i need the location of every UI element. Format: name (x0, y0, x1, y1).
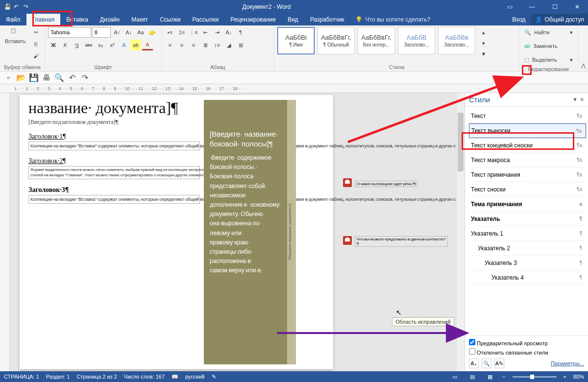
styles-pane-item[interactable]: Указатель¶ (469, 212, 586, 226)
undo-icon[interactable]: ↶ (68, 73, 76, 82)
pane-dropdown-button[interactable]: ▼ (572, 96, 578, 103)
redo-icon[interactable]: ↷ (24, 3, 30, 10)
show-marks-button[interactable]: ¶ (235, 27, 246, 38)
replace-button[interactable]: abЗаменить (522, 41, 575, 51)
new-style-button[interactable]: A₊ (469, 358, 479, 368)
sort-button[interactable]: A↓ (223, 27, 234, 38)
font-name-input[interactable] (48, 27, 91, 38)
underline-button[interactable]: Ч (72, 40, 82, 50)
style-item[interactable]: АаБбВі¶ Имя (277, 27, 315, 54)
status-words[interactable]: Число слов: 167 (124, 374, 165, 380)
signin-link[interactable]: Вход (506, 14, 531, 25)
pane-close-button[interactable]: ✕ (580, 96, 584, 103)
share-button[interactable]: 👤Общий доступ (531, 14, 588, 25)
proof-icon[interactable]: 📖 (172, 374, 178, 380)
styles-pane-item[interactable]: Текст концевой сноски¶a (469, 138, 586, 153)
font-color-button[interactable]: A (142, 40, 153, 50)
open-icon[interactable]: 📂 (17, 73, 25, 82)
styles-pane-item[interactable]: Указатель 1¶ (469, 226, 586, 241)
strike-button[interactable]: abc (83, 40, 94, 50)
style-item[interactable]: АаБбВвЗаголово... (438, 27, 475, 54)
status-section[interactable]: Раздел: 1 (46, 374, 70, 380)
numbering-button[interactable]: 1≡ (176, 27, 187, 38)
multilevel-button[interactable]: ⋮≡ (188, 27, 199, 38)
doc-title[interactable]: название· документа]¶ (28, 100, 200, 117)
tab-design[interactable]: Дизайн (94, 14, 125, 25)
shrink-font-button[interactable]: A↓ (123, 27, 134, 38)
clear-format-button[interactable]: 🧽 (147, 27, 158, 38)
align-center-button[interactable]: ≡ (176, 40, 187, 50)
redo-icon[interactable]: ↷ (80, 73, 89, 82)
comment[interactable]: Что·вы·можете·предложить·в·данном·контек… (343, 236, 453, 247)
align-left-button[interactable]: ≡ (165, 40, 175, 50)
preview-checkbox[interactable]: Предварительный просмотр (469, 339, 584, 346)
tell-me[interactable]: 💡Что вы хотите сделать? (350, 14, 436, 25)
increase-indent-button[interactable]: ⇥ (212, 27, 222, 38)
doc-subtitle[interactable]: [Введите·подзаголовок·документа]¶ (28, 119, 200, 126)
heading[interactable]: Заголовок·1¶ (28, 133, 200, 141)
gallery-down-button[interactable]: ▾ (478, 38, 489, 48)
status-lang[interactable]: русский (185, 374, 204, 380)
borders-button[interactable]: ⊞ (235, 40, 246, 50)
gallery-more-button[interactable]: ▼ (478, 48, 489, 59)
tab-review[interactable]: Рецензирование (224, 14, 282, 25)
save-icon[interactable]: 💾 (4, 3, 11, 10)
sidebar-column[interactable]: [Введите· название· боковой· полосы]¶ ·В… (204, 100, 287, 364)
close-button[interactable]: ✕ (566, 0, 588, 14)
subscript-button[interactable]: x₂ (95, 40, 106, 50)
preview-icon[interactable]: 🔍 (55, 73, 64, 82)
tab-layout[interactable]: Макет (125, 14, 154, 25)
cut-button[interactable]: ✂ (30, 27, 41, 38)
minimize-button[interactable]: — (521, 0, 543, 14)
collapse-ribbon-button[interactable]: ⋀ (578, 25, 588, 71)
disable-linked-checkbox[interactable]: Отключить связанные стили (469, 348, 584, 356)
print-icon[interactable]: 🖶 (42, 73, 51, 82)
italic-button[interactable]: К (60, 40, 71, 50)
save-icon[interactable]: 💾 (29, 73, 38, 82)
tab-view[interactable]: Вид (282, 14, 304, 25)
decrease-indent-button[interactable]: ⇤ (200, 27, 211, 38)
document-area[interactable]: название· документа]¶ [Введите·подзаголо… (10, 93, 465, 371)
newdoc-icon[interactable]: ▫ (4, 73, 13, 82)
copy-button[interactable]: ⎘ (30, 39, 41, 49)
tab-developer[interactable]: Разработчик (304, 14, 350, 25)
status-pageof[interactable]: Страница 2 из 2 (76, 374, 117, 380)
zoom-out-button[interactable]: − (502, 374, 505, 380)
heading[interactable]: Заголовок·3¶ (28, 186, 200, 194)
style-item[interactable]: АаБбВвГг,Без интер... (358, 27, 395, 54)
ribbon-options-icon[interactable]: ▭ (499, 0, 520, 14)
find-button[interactable]: 🔍Найти▾ (522, 27, 575, 38)
justify-button[interactable]: ≣ (200, 40, 211, 50)
printlayout-button[interactable]: ▤ (467, 372, 478, 381)
track-changes-icon[interactable]: ✎ (212, 374, 216, 380)
heading[interactable]: Заголовок·2¶ (28, 157, 200, 165)
styles-pane-item[interactable]: Текст примечания¶a (469, 167, 586, 182)
line-spacing-button[interactable]: ↕≡ (212, 40, 222, 50)
comment[interactable]: О·каких·коллекциях·идет·речь?¶ (343, 178, 453, 187)
grow-font-button[interactable]: A↑ (112, 27, 122, 38)
tab-insert[interactable]: Вставка (60, 14, 94, 25)
paste-button[interactable]: 📋 Вставить (3, 27, 27, 45)
tab-home[interactable]: Главная (26, 14, 61, 25)
horizontal-ruler[interactable]: L · · · 1 · · · 2 · · · 3 · · · 4 · · · … (0, 84, 588, 93)
zoom-value[interactable]: 80% (573, 374, 584, 380)
highlight-button[interactable]: ab (130, 40, 141, 50)
styles-pane-item[interactable]: Текст¶a (469, 109, 586, 123)
styles-pane-item[interactable]: Текст выноски¶a (469, 123, 586, 138)
gallery-up-button[interactable]: ▴ (478, 27, 489, 38)
tab-file[interactable]: Файл (0, 14, 26, 25)
styles-list[interactable]: Текст¶aТекст выноски¶aТекст концевой сно… (465, 107, 588, 335)
undo-icon[interactable]: ↶ (14, 3, 21, 10)
body-text[interactable]: Формат·выделенного·текста·можно·легко·из… (28, 166, 200, 180)
options-link[interactable]: Параметры... (551, 360, 584, 366)
styles-pane-item[interactable]: Текст сноски¶a (469, 182, 586, 197)
styles-gallery[interactable]: АаБбВі¶ Имя АаБбВвГг,¶ Обычный АаБбВвГг,… (277, 27, 516, 63)
readmode-button[interactable]: ▭ (449, 372, 460, 381)
styles-pane-item[interactable]: Текст макроса¶a (469, 153, 586, 167)
change-case-button[interactable]: Aa (135, 27, 146, 38)
manage-styles-button[interactable]: A✎ (494, 358, 504, 368)
font-size-input[interactable] (92, 27, 111, 38)
zoom-in-button[interactable]: + (564, 374, 566, 380)
body-text[interactable]: Коллекции·на·вкладке·"Вставка"·содержат·… (28, 142, 200, 150)
tab-references[interactable]: Ссылки (154, 14, 186, 25)
